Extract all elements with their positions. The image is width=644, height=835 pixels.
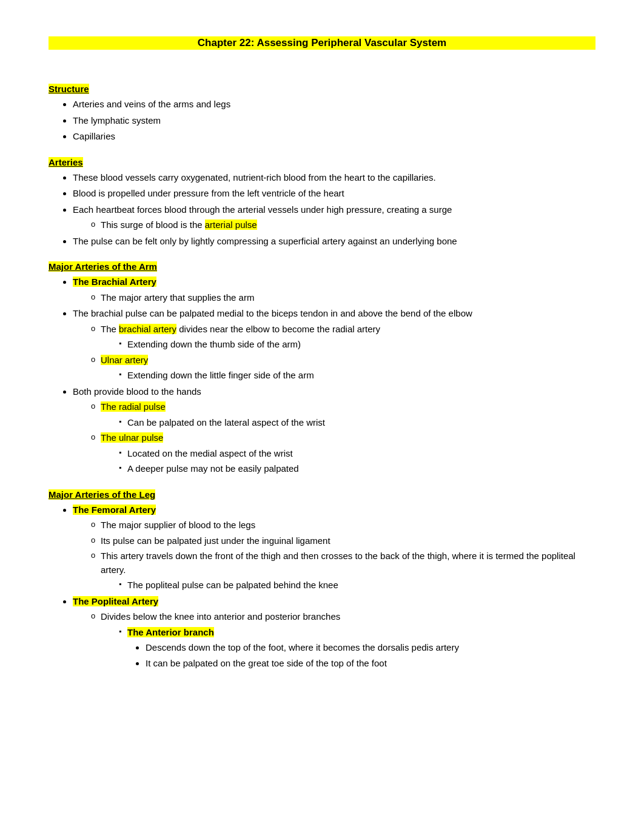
leg-heading-wrapper: Major Arteries of the Leg: [49, 489, 595, 500]
pulses-list: The radial pulse Can be palpated on the …: [73, 400, 595, 476]
brachial-artery-heading: The Brachial Artery: [73, 277, 156, 287]
popliteal-pulse-list: The popliteal pulse can be palpated behi…: [101, 578, 595, 592]
list-item: Capillaries: [73, 130, 595, 144]
radial-list: Extending down the thumb side of the arm…: [101, 338, 595, 352]
brachial-pulse-item: The brachial pulse can be palpated media…: [73, 307, 595, 383]
list-item: The major artery that supplies the arm: [91, 291, 595, 305]
femoral-artery-item: The Femoral Artery The major supplier of…: [73, 503, 595, 592]
structure-section: Structure Arteries and veins of the arms…: [49, 84, 595, 144]
list-item: This surge of blood is the arterial puls…: [91, 218, 595, 232]
list-item: Arteries and veins of the arms and legs: [73, 98, 595, 112]
list-item: Its pulse can be palpated just under the…: [91, 534, 595, 548]
list-item: The pulse can be felt only by lightly co…: [73, 235, 595, 249]
femoral-sub3-text: This artery travels down the front of th…: [101, 551, 575, 575]
structure-heading: Structure: [49, 84, 89, 94]
arm-heading-wrapper: Major Arteries of the Arm: [49, 261, 595, 272]
text-before: Each heartbeat forces blood through the …: [73, 204, 452, 215]
arterial-pulse-highlight: arterial pulse: [205, 220, 257, 230]
arteries-list: These blood vessels carry oxygenated, nu…: [49, 171, 595, 249]
list-item: The major supplier of blood to the legs: [91, 518, 595, 532]
radial-pulse-item: The radial pulse Can be palpated on the …: [91, 400, 595, 429]
brachial-pulse-text: The brachial pulse can be palpated media…: [73, 308, 472, 318]
list-item: Each heartbeat forces blood through the …: [73, 203, 595, 232]
arteries-heading: Arteries: [49, 157, 83, 167]
list-item: This artery travels down the front of th…: [91, 549, 595, 592]
page-title-wrapper: Chapter 22: Assessing Peripheral Vascula…: [49, 36, 595, 67]
both-provide-item: Both provide blood to the hands The radi…: [73, 385, 595, 476]
list-item: Located on the medial aspect of the wris…: [119, 447, 595, 461]
radial-pulse-highlight: The radial pulse: [101, 401, 166, 412]
list-item: The lymphatic system: [73, 114, 595, 128]
brachial-sub-list: The major artery that supplies the arm: [73, 291, 595, 305]
major-arteries-leg-section: Major Arteries of the Leg The Femoral Ar…: [49, 489, 595, 671]
text-after: divides near the elbow to become the rad…: [176, 324, 380, 334]
anterior-sub-list: Descends down the top of the foot, where…: [127, 641, 595, 670]
anterior-branch-item: The Anterior branch Descends down the to…: [119, 626, 595, 671]
ulnar-artery-highlight: Ulnar artery: [101, 355, 148, 365]
popliteal-sub1-text: Divides below the knee into anterior and…: [101, 611, 340, 622]
both-provide-text: Both provide blood to the hands: [73, 386, 201, 397]
list-item: Extending down the little finger side of…: [119, 369, 595, 383]
arteries-heading-wrapper: Arteries: [49, 157, 595, 167]
list-item: Can be palpated on the lateral aspect of…: [119, 416, 595, 430]
femoral-artery-heading: The Femoral Artery: [73, 505, 156, 515]
major-arteries-arm-section: Major Arteries of the Arm The Brachial A…: [49, 261, 595, 476]
radial-pulse-sub-list: Can be palpated on the lateral aspect of…: [101, 416, 595, 430]
ulnar-artery-item: Ulnar artery Extending down the little f…: [91, 354, 595, 383]
ulnar-pulse-item: The ulnar pulse Located on the medial as…: [91, 431, 595, 476]
list-item: Blood is propelled under pressure from t…: [73, 187, 595, 201]
list-item: It can be palpated on the great toe side…: [146, 657, 595, 671]
structure-heading-wrapper: Structure: [49, 84, 595, 94]
anterior-branch-heading: The Anterior branch: [127, 627, 214, 637]
ulnar-sub-list: Extending down the little finger side of…: [101, 369, 595, 383]
arm-heading: Major Arteries of the Arm: [49, 261, 157, 272]
brachial-artery-item: The Brachial Artery The major artery tha…: [73, 275, 595, 304]
page-title: Chapter 22: Assessing Peripheral Vascula…: [49, 36, 595, 50]
arterial-pulse-list: This surge of blood is the arterial puls…: [73, 218, 595, 232]
leg-heading: Major Arteries of the Leg: [49, 489, 155, 500]
list-item: The popliteal pulse can be palpated behi…: [119, 578, 595, 592]
popliteal-artery-heading: The Popliteal Artery: [73, 596, 158, 606]
list-item: These blood vessels carry oxygenated, nu…: [73, 171, 595, 185]
list-item: Extending down the thumb side of the arm…: [119, 338, 595, 352]
brachial-artery-highlight: brachial artery: [119, 324, 176, 334]
structure-list: Arteries and veins of the arms and legs …: [49, 98, 595, 144]
list-item: A deeper pulse may not be easily palpate…: [119, 462, 595, 476]
leg-list: The Femoral Artery The major supplier of…: [49, 503, 595, 671]
ulnar-pulse-highlight: The ulnar pulse: [101, 432, 163, 443]
ulnar-pulse-sub-list: Located on the medial aspect of the wris…: [101, 447, 595, 476]
list-item: Divides below the knee into anterior and…: [91, 610, 595, 670]
popliteal-artery-item: The Popliteal Artery Divides below the k…: [73, 595, 595, 671]
text-static: This surge of blood is the: [101, 220, 205, 230]
text-static: The: [101, 324, 119, 334]
femoral-sub-list: The major supplier of blood to the legs …: [73, 518, 595, 592]
popliteal-sub-list: Divides below the knee into anterior and…: [73, 610, 595, 670]
arteries-section: Arteries These blood vessels carry oxyge…: [49, 157, 595, 249]
list-item: Descends down the top of the foot, where…: [146, 641, 595, 655]
brachial-divides-list: The brachial artery divides near the elb…: [73, 323, 595, 383]
list-item: The brachial artery divides near the elb…: [91, 323, 595, 352]
anterior-branch-list: The Anterior branch Descends down the to…: [101, 626, 595, 671]
arm-list: The Brachial Artery The major artery tha…: [49, 275, 595, 476]
